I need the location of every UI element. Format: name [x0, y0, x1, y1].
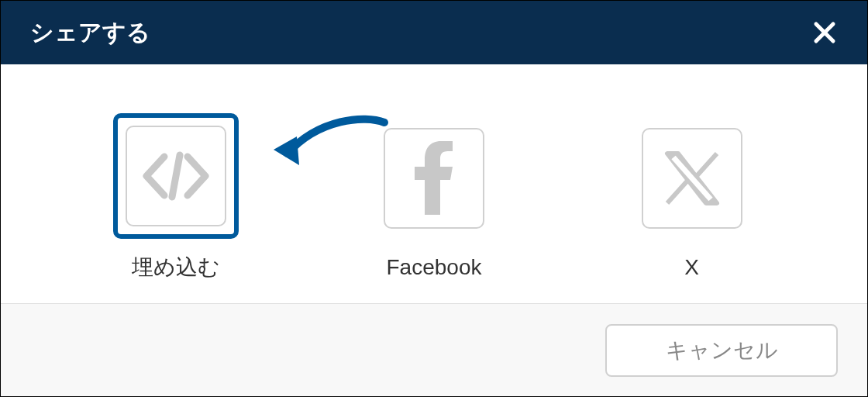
close-button[interactable] [811, 19, 838, 46]
facebook-icon [415, 141, 453, 215]
dialog-title: シェアする [30, 17, 150, 49]
embed-icon [137, 149, 215, 203]
share-options-container: 埋め込む Facebook X [1, 64, 867, 303]
dialog-footer: キャンセル [1, 303, 867, 396]
share-option-embed-box [113, 113, 239, 239]
share-option-embed-label: 埋め込む [132, 253, 220, 282]
cancel-button[interactable]: キャンセル [605, 324, 838, 377]
share-option-facebook-box [371, 116, 497, 241]
share-option-facebook-label: Facebook [387, 255, 482, 280]
close-icon [813, 21, 836, 44]
share-option-embed[interactable]: 埋め込む [113, 113, 239, 282]
share-option-x[interactable]: X [629, 116, 755, 280]
x-twitter-icon [661, 147, 723, 209]
share-option-x-box [629, 116, 755, 241]
svg-line-2 [172, 155, 180, 197]
share-option-facebook[interactable]: Facebook [371, 116, 497, 280]
dialog-header: シェアする [1, 1, 867, 64]
share-option-x-label: X [684, 255, 699, 280]
